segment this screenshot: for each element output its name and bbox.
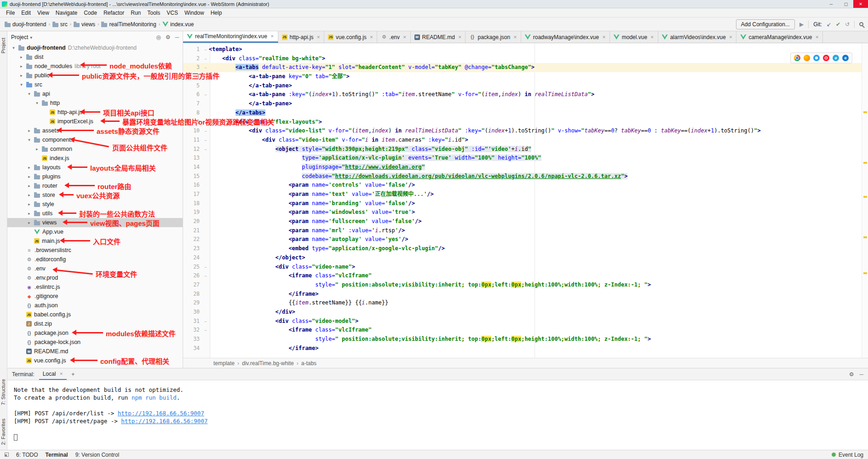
code-line[interactable]: 11− <div class="video-item" v-for="i in …: [183, 136, 868, 145]
line-number[interactable]: 13: [183, 154, 202, 163]
editor-tab[interactable]: model.vue✕: [610, 31, 658, 43]
git-history-icon[interactable]: ↺: [845, 21, 850, 28]
code-line[interactable]: 4− <a-tab-pane key="0" tab="全部">: [183, 72, 868, 81]
chevron-right-icon[interactable]: ▸: [27, 184, 32, 188]
code-line[interactable]: 33 style=" position:absolute;visibility:…: [183, 335, 868, 344]
fold-marker-icon[interactable]: −: [202, 326, 209, 335]
tree-item-.env.prod[interactable]: ⚙.env.prod: [7, 273, 183, 282]
fold-marker-icon[interactable]: −: [202, 272, 209, 281]
line-number[interactable]: 31: [183, 317, 202, 326]
fold-marker-icon[interactable]: −: [202, 145, 209, 155]
search-icon[interactable]: [859, 22, 863, 26]
tree-item-dist[interactable]: ▸dist: [7, 52, 183, 62]
terminal-output[interactable]: Note that the development build is not o…: [7, 380, 868, 450]
chevron-right-icon[interactable]: ▸: [19, 64, 24, 69]
tool-window-switcher-icon[interactable]: [5, 453, 9, 457]
fold-marker-icon[interactable]: −: [202, 46, 209, 55]
fold-marker-icon[interactable]: −: [202, 263, 209, 272]
tree-item-dist.zip[interactable]: Zdist.zip: [7, 319, 183, 328]
menu-item-run[interactable]: Run: [127, 10, 144, 16]
ie-icon[interactable]: e: [833, 55, 839, 61]
code-line[interactable]: 28 </iframe>: [183, 290, 868, 299]
code-line[interactable]: 17 <param name='text' value='正在加载视频中...'…: [183, 190, 868, 199]
gear-icon[interactable]: ⚙: [166, 34, 171, 40]
code-line[interactable]: 16 <param name='controls' value='false'/…: [183, 181, 868, 190]
close-icon[interactable]: ✕: [403, 35, 407, 40]
chevron-right-icon[interactable]: ▸: [27, 193, 32, 197]
line-number[interactable]: 3: [183, 63, 202, 72]
code-line[interactable]: 12− <object style="width:390px;height:21…: [183, 145, 868, 154]
code-line[interactable]: 19 <param name='windowless' value='true'…: [183, 208, 868, 217]
minimize-icon[interactable]: ─: [859, 371, 863, 378]
line-number[interactable]: 15: [183, 172, 202, 181]
code-line[interactable]: 27 style=" position:absolute;visibility:…: [183, 281, 868, 290]
fold-marker-icon[interactable]: −: [202, 63, 209, 73]
line-number[interactable]: 34: [183, 344, 202, 353]
code-line[interactable]: 5 </a-tab-pane>: [183, 81, 868, 91]
gear-icon[interactable]: ⚙: [849, 371, 854, 378]
close-icon[interactable]: ✕: [270, 34, 274, 39]
tree-item-vue.config.js[interactable]: JSvue.config.js: [7, 356, 183, 365]
chrome-icon[interactable]: [794, 55, 800, 61]
editor[interactable]: 1−<template>2− <div class="realTime bg-w…: [183, 43, 868, 358]
git-commit-icon[interactable]: ✔: [836, 21, 840, 28]
line-number[interactable]: 4: [183, 72, 202, 81]
code-line[interactable]: 30 </div>: [183, 308, 868, 317]
terminal-tab-local[interactable]: Local ✕: [39, 369, 67, 380]
safari-icon[interactable]: [813, 55, 820, 61]
line-number[interactable]: 29: [183, 298, 202, 308]
chevron-right-icon[interactable]: ▸: [27, 202, 32, 207]
tree-item-public[interactable]: ▸public: [7, 71, 183, 80]
chevron-right-icon[interactable]: ▸: [19, 55, 24, 59]
chevron-right-icon[interactable]: ▸: [34, 147, 40, 151]
tree-item-http-api.js[interactable]: JShttp-api.js: [7, 108, 183, 117]
stripe-favorites-button[interactable]: 2: Favorites: [0, 419, 6, 445]
event-log-label[interactable]: Event Log: [839, 452, 863, 458]
line-number[interactable]: 28: [183, 290, 202, 299]
line-number[interactable]: 18: [183, 199, 202, 208]
menu-item-view[interactable]: View: [34, 10, 52, 16]
code-line[interactable]: 31− <div class="video-model">: [183, 317, 868, 326]
line-number[interactable]: 14: [183, 163, 202, 172]
statusbar-terminal[interactable]: Terminal: [46, 452, 68, 458]
breadcrumb-item[interactable]: div.realTime.bg-white: [242, 360, 294, 367]
close-button[interactable]: ✕: [853, 0, 868, 8]
tree-item-auth.json[interactable]: {}auth.json: [7, 301, 183, 310]
error-stripe[interactable]: [862, 43, 868, 358]
tree-item-importExcel.js[interactable]: JSimportExcel.js: [7, 117, 183, 126]
close-icon[interactable]: ✕: [815, 35, 819, 40]
code-line[interactable]: 18 <param name='branding' value='false'/…: [183, 199, 868, 208]
fold-marker-icon[interactable]: −: [202, 118, 209, 127]
close-icon[interactable]: ✕: [458, 35, 462, 40]
breadcrumb-item[interactable]: src: [52, 21, 68, 28]
line-number[interactable]: 9: [183, 118, 202, 127]
tree-item-layouts[interactable]: ▸layouts: [7, 163, 183, 172]
menu-item-code[interactable]: Code: [80, 10, 100, 16]
code-line[interactable]: 23 <embed type="application/x-google-vlc…: [183, 244, 868, 253]
tree-item-api[interactable]: ▾api: [7, 89, 183, 98]
run-icon[interactable]: ▶: [799, 21, 804, 28]
tree-item-index.js[interactable]: JSindex.js: [7, 154, 183, 163]
code-line[interactable]: 25− <div class="video-name">: [183, 263, 868, 272]
tree-item-components[interactable]: ▾components: [7, 135, 183, 144]
tree-item-App.vue[interactable]: App.vue: [7, 227, 183, 236]
menu-item-edit[interactable]: Edit: [18, 10, 34, 16]
line-number[interactable]: 12: [183, 145, 202, 154]
close-icon[interactable]: ✕: [602, 35, 606, 40]
fold-marker-icon[interactable]: −: [202, 91, 209, 100]
chevron-right-icon[interactable]: ▸: [19, 73, 24, 78]
tree-item-views[interactable]: ▸views: [7, 218, 183, 227]
line-number[interactable]: 11: [183, 136, 202, 145]
code-line[interactable]: 3− <a-tabs default-active-key="1" slot="…: [183, 63, 868, 72]
fold-marker-icon[interactable]: −: [202, 127, 209, 136]
statusbar-9-version-control[interactable]: 9: Version Control: [75, 452, 119, 458]
tree-item-package-lock.json[interactable]: {}package-lock.json: [7, 338, 183, 347]
line-number[interactable]: 8: [183, 109, 202, 118]
line-number[interactable]: 30: [183, 308, 202, 317]
tree-item-README.md[interactable]: MREADME.md: [7, 347, 183, 356]
add-configuration-button[interactable]: Add Configuration...: [736, 19, 795, 29]
locate-file-icon[interactable]: ◎: [156, 34, 161, 40]
stripe-structure-button[interactable]: 7: Structure: [0, 379, 6, 405]
close-icon[interactable]: ✕: [729, 35, 733, 40]
code-line[interactable]: 21 <param name='mrl' :value='i.rtsp'/>: [183, 226, 868, 235]
